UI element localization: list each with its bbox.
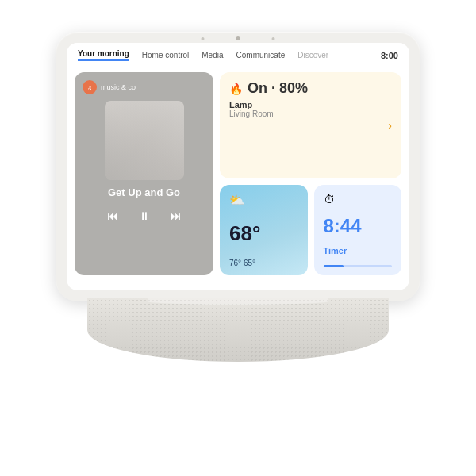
lamp-name: Lamp bbox=[229, 100, 392, 109]
temp-range: 76° 65° bbox=[229, 259, 298, 267]
temp-high: 76° bbox=[229, 259, 241, 267]
dot-left bbox=[202, 37, 205, 40]
chevron-right-icon: › bbox=[388, 119, 392, 132]
nav-bar: Your morning Home control Media Communic… bbox=[67, 43, 409, 67]
play-pause-button[interactable]: ⏸ bbox=[135, 206, 154, 225]
weather-icon: ⛅ bbox=[229, 193, 245, 208]
song-title: Get Up and Go bbox=[108, 186, 180, 198]
nav-media[interactable]: Media bbox=[202, 51, 223, 60]
prev-button[interactable]: ⏮ bbox=[103, 206, 122, 225]
content-area: ♫ music & co Get Up and Go ⏮ ⏸ ⏭ bbox=[67, 67, 409, 283]
music-source-name: music & co bbox=[101, 83, 136, 91]
flame-icon: 🔥 bbox=[229, 83, 243, 95]
timer-progress-bar bbox=[324, 265, 344, 267]
timer-icon: ⏱ bbox=[324, 193, 335, 205]
base-highlight bbox=[148, 298, 328, 305]
temperature-display: 68° bbox=[229, 221, 298, 246]
nav-your-morning[interactable]: Your morning bbox=[78, 49, 129, 61]
lamp-location: Living Room bbox=[229, 109, 392, 118]
next-button[interactable]: ⏭ bbox=[167, 206, 186, 225]
album-art bbox=[105, 101, 184, 180]
camera-center bbox=[236, 36, 240, 40]
playback-controls: ⏮ ⏸ ⏭ bbox=[103, 206, 186, 225]
speaker-grille bbox=[87, 298, 389, 362]
lamp-card[interactable]: 🔥 On · 80% Lamp Living Room › bbox=[220, 72, 401, 178]
timer-display: 8:44 bbox=[324, 215, 393, 237]
music-card[interactable]: ♫ music & co Get Up and Go ⏮ ⏸ ⏭ bbox=[75, 72, 213, 275]
weather-card[interactable]: ⛅ 68° 76° 65° bbox=[220, 185, 308, 275]
device-body: Your morning Home control Media Communic… bbox=[56, 32, 420, 301]
lamp-status-row: 🔥 On · 80% bbox=[229, 80, 392, 97]
dot-right bbox=[272, 37, 275, 40]
nav-discover[interactable]: Discover bbox=[298, 51, 328, 60]
music-source-row: ♫ music & co bbox=[83, 80, 205, 94]
timer-label: Timer bbox=[324, 246, 393, 255]
clock-display: 8:00 bbox=[381, 51, 398, 60]
timer-progress-track bbox=[324, 265, 393, 267]
nav-home-control[interactable]: Home control bbox=[142, 51, 189, 60]
right-panel: 🔥 On · 80% Lamp Living Room › ⛅ bbox=[220, 72, 401, 275]
smart-display-device: Your morning Home control Media Communic… bbox=[48, 32, 428, 444]
lamp-status-text: On · 80% bbox=[248, 80, 308, 97]
timer-icon-row: ⏱ bbox=[324, 193, 393, 205]
speaker-base bbox=[87, 298, 389, 362]
screen: Your morning Home control Media Communic… bbox=[67, 43, 409, 290]
bottom-row: ⛅ 68° 76° 65° ⏱ bbox=[220, 185, 401, 275]
camera-area bbox=[202, 36, 275, 40]
timer-card[interactable]: ⏱ 8:44 Timer bbox=[314, 185, 402, 275]
temp-low: 65° bbox=[244, 259, 255, 267]
music-source-icon: ♫ bbox=[83, 80, 97, 94]
nav-communicate[interactable]: Communicate bbox=[236, 51, 286, 60]
weather-icon-row: ⛅ bbox=[229, 193, 298, 208]
